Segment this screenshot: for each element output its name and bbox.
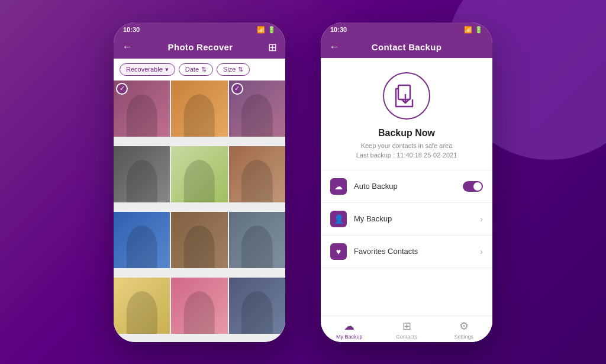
tab-contacts[interactable]: ⊞ Contacts <box>378 316 436 342</box>
sort-icon-date: ⇅ <box>201 66 207 73</box>
photo-cell-9[interactable] <box>229 212 285 268</box>
tab-contacts-icon: ⊞ <box>402 320 411 333</box>
auto-backup-icon: ☁ <box>330 178 347 195</box>
phone-photo-recover: 10:30 📶 🔋 ← Photo Recover ⊞ Recoverable … <box>114 22 285 342</box>
my-backup-icon: 👤 <box>330 211 347 227</box>
auto-backup-item[interactable]: ☁ Auto Backup <box>321 170 492 203</box>
status-icons-2: 📶 🔋 <box>464 26 483 34</box>
size-filter[interactable]: Size ⇅ <box>217 63 250 76</box>
backup-subtitle: Keep your contacts in safe area Last bac… <box>356 141 457 160</box>
tab-bar: ☁ My Backup ⊞ Contacts ⚙ Settings <box>321 315 492 342</box>
grid-view-button[interactable]: ⊞ <box>268 41 277 54</box>
tab-settings[interactable]: ⚙ Settings <box>435 316 492 342</box>
backup-body: Backup Now Keep your contacts in safe ar… <box>321 58 492 342</box>
photo-cell-11[interactable] <box>171 278 227 334</box>
tab-my-backup[interactable]: ☁ My Backup <box>321 316 378 342</box>
wifi-icon-1: 📶 <box>257 26 265 34</box>
recoverable-label: Recoverable <box>126 66 163 73</box>
wifi-icon-2: 📶 <box>464 26 472 34</box>
photo-cell-6[interactable] <box>229 146 285 202</box>
page-title-2: Contact Backup <box>372 42 441 52</box>
header-1: ← Photo Recover ⊞ <box>114 36 285 59</box>
backup-subtitle-line2: Last backup : 11:40:18 25-02-2021 <box>356 152 457 159</box>
status-icons-1: 📶 🔋 <box>257 26 276 34</box>
photo-cell-2[interactable] <box>171 80 227 137</box>
date-filter[interactable]: Date ⇅ <box>179 63 213 76</box>
size-label: Size <box>223 66 236 73</box>
tab-my-backup-label: My Backup <box>336 334 363 340</box>
photo-cell-3[interactable]: ✓ <box>229 80 285 137</box>
photo-cell-4[interactable] <box>114 146 170 202</box>
dropdown-icon: ▾ <box>165 66 169 73</box>
page-title-1: Photo Recover <box>168 42 233 52</box>
photo-cell-1[interactable]: ✓ <box>114 80 170 137</box>
tab-my-backup-icon: ☁ <box>344 320 354 333</box>
auto-backup-toggle[interactable] <box>463 181 483 192</box>
auto-backup-toggle-container <box>463 181 483 192</box>
battery-icon-2: 🔋 <box>475 26 483 34</box>
tab-settings-icon: ⚙ <box>459 320 469 333</box>
header-2: ← Contact Backup <box>321 36 492 58</box>
tab-contacts-label: Contacts <box>396 334 417 340</box>
photo-cell-12[interactable] <box>229 278 285 334</box>
backup-subtitle-line1: Keep your contacts in safe area <box>361 142 453 149</box>
favorites-chevron: › <box>480 247 483 256</box>
sort-icon-size: ⇅ <box>238 66 243 73</box>
date-label: Date <box>185 66 199 73</box>
status-time-1: 10:30 <box>123 26 140 33</box>
backup-now-title[interactable]: Backup Now <box>378 128 435 138</box>
my-backup-item[interactable]: 👤 My Backup › <box>321 203 492 236</box>
my-backup-chevron: › <box>480 214 483 224</box>
status-bar-1: 10:30 📶 🔋 <box>114 22 285 36</box>
status-bar-2: 10:30 📶 🔋 <box>321 22 492 36</box>
filter-row: Recoverable ▾ Date ⇅ Size ⇅ <box>114 59 285 80</box>
photo-cell-7[interactable] <box>114 212 170 268</box>
backup-icon-section: Backup Now Keep your contacts in safe ar… <box>321 58 492 170</box>
photo-cell-10[interactable] <box>114 278 170 334</box>
status-time-2: 10:30 <box>330 26 347 33</box>
photo-cell-8[interactable] <box>171 212 227 268</box>
my-backup-label: My Backup <box>354 214 480 223</box>
photo-check-3: ✓ <box>231 83 243 95</box>
backup-icon-circle[interactable] <box>383 72 430 120</box>
favorites-chevron-container: › <box>480 247 483 256</box>
battery-icon-1: 🔋 <box>267 26 276 34</box>
svg-rect-0 <box>398 85 410 99</box>
back-button-2[interactable]: ← <box>329 41 340 53</box>
phone-contact-backup: 10:30 📶 🔋 ← Contact Backup Backup Now Ke… <box>321 22 492 342</box>
favorites-contacts-label: Favorites Contacts <box>354 247 480 256</box>
photo-cell-5[interactable] <box>171 146 227 202</box>
photo-check-1: ✓ <box>116 83 128 95</box>
back-button-1[interactable]: ← <box>122 41 133 53</box>
auto-backup-label: Auto Backup <box>354 182 463 191</box>
backup-download-icon <box>394 83 420 109</box>
favorites-contacts-item[interactable]: ♥ Favorites Contacts › <box>321 236 492 268</box>
photo-grid: ✓ ✓ <box>114 80 285 342</box>
menu-list: ☁ Auto Backup 👤 My Backup › ♥ Favorites … <box>321 170 492 315</box>
my-backup-chevron-container: › <box>480 214 483 224</box>
tab-settings-label: Settings <box>454 334 473 340</box>
favorites-icon: ♥ <box>330 243 347 260</box>
recoverable-filter[interactable]: Recoverable ▾ <box>120 63 175 76</box>
